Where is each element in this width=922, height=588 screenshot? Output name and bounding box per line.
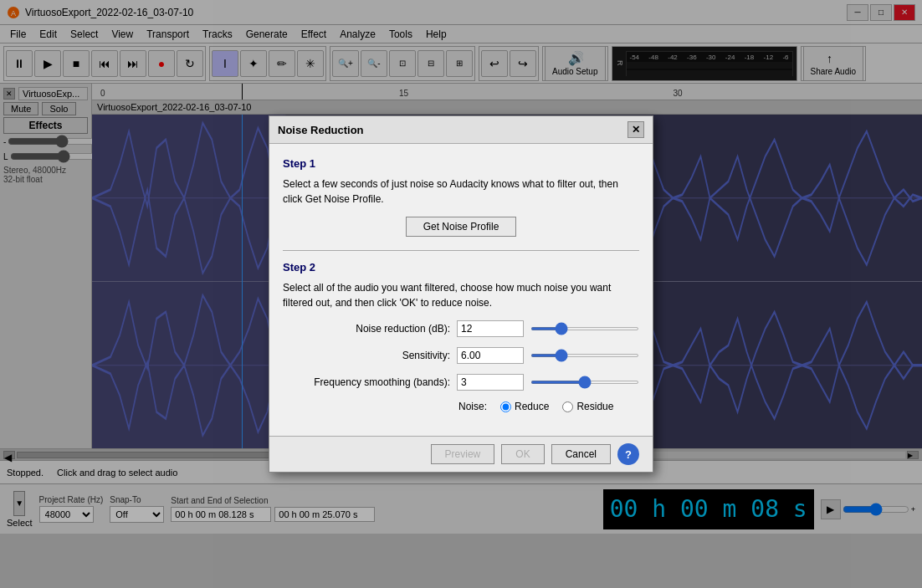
- noise-reduction-row: Noise reduction (dB):: [283, 320, 639, 337]
- noise-reduction-input[interactable]: [457, 320, 524, 337]
- step2-header: Step 2: [283, 261, 639, 274]
- dialog-titlebar: Noise Reduction ✕: [269, 116, 653, 144]
- step1-header: Step 1: [283, 157, 639, 170]
- freq-smoothing-input[interactable]: [457, 374, 524, 391]
- freq-smoothing-param-label: Frequency smoothing (bands):: [283, 376, 450, 388]
- ok-button[interactable]: OK: [501, 444, 544, 464]
- noise-reduction-slider[interactable]: [530, 327, 639, 330]
- dialog-close-button[interactable]: ✕: [627, 121, 644, 138]
- step-divider: [283, 250, 639, 251]
- dialog-body: Step 1 Select a few seconds of just nois…: [269, 144, 653, 436]
- sensitivity-row: Sensitivity:: [283, 347, 639, 364]
- step1-text: Select a few seconds of just noise so Au…: [283, 176, 639, 207]
- noise-type-row: Noise: Reduce Residue: [458, 401, 639, 412]
- noise-reduction-param-label: Noise reduction (dB):: [283, 323, 450, 335]
- dialog-buttons: Preview OK Cancel ?: [269, 436, 653, 472]
- residue-radio[interactable]: [562, 401, 573, 412]
- dialog-title: Noise Reduction: [278, 124, 364, 136]
- freq-smoothing-row: Frequency smoothing (bands):: [283, 374, 639, 391]
- sensitivity-slider[interactable]: [530, 354, 639, 357]
- preview-button[interactable]: Preview: [431, 444, 495, 464]
- cancel-button[interactable]: Cancel: [551, 444, 611, 464]
- noise-reduction-dialog: Noise Reduction ✕ Step 1 Select a few se…: [269, 115, 653, 473]
- noise-label: Noise:: [458, 401, 487, 412]
- reduce-radio-option[interactable]: Reduce: [500, 401, 549, 412]
- get-noise-profile-button[interactable]: Get Noise Profile: [406, 217, 517, 237]
- help-button[interactable]: ?: [617, 443, 639, 465]
- sensitivity-param-label: Sensitivity:: [283, 350, 450, 361]
- reduce-radio[interactable]: [500, 401, 511, 412]
- residue-radio-option[interactable]: Residue: [562, 401, 613, 412]
- step2-text: Select all of the audio you want filtere…: [283, 280, 639, 310]
- freq-smoothing-slider[interactable]: [530, 381, 639, 384]
- modal-overlay: Noise Reduction ✕ Step 1 Select a few se…: [0, 0, 922, 588]
- sensitivity-input[interactable]: [457, 347, 524, 364]
